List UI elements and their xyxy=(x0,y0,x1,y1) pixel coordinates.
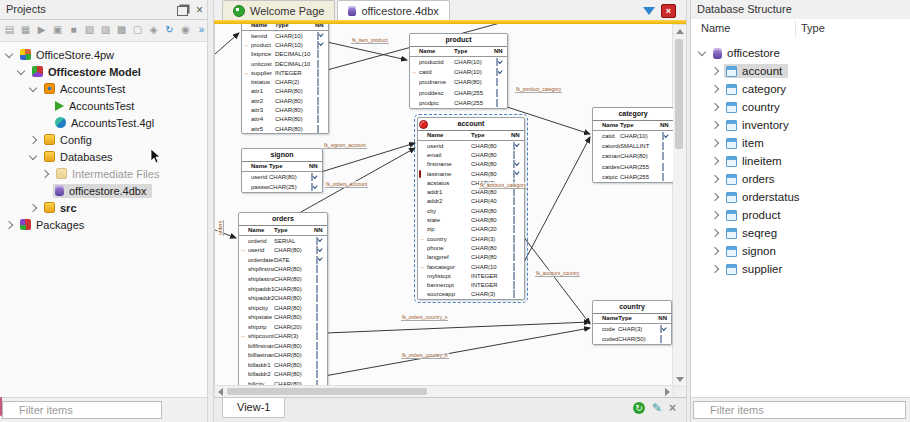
field-row-shipaddr2[interactable]: shipaddr2CHAR(80) xyxy=(239,293,327,303)
vertical-scrollbar[interactable] xyxy=(672,24,687,387)
tab-list-dropdown-icon[interactable] xyxy=(643,7,655,15)
field-row-catid[interactable]: catidCHAR(10) xyxy=(593,131,673,141)
expander-collapse-icon[interactable] xyxy=(29,83,37,91)
tree-item-category[interactable]: category xyxy=(691,80,910,98)
tree-item-officestore-4dbx[interactable]: officestore.4dbx xyxy=(0,182,207,199)
overview-icon[interactable]: ↻ xyxy=(633,402,645,414)
db-table-account[interactable]: accountNameTypeNNuseridCHAR(80emailCHAR(… xyxy=(417,117,525,300)
expander-expand-icon[interactable] xyxy=(711,103,719,111)
field-row-shipzip[interactable]: shipzipCHAR(20) xyxy=(239,322,327,332)
scroll-left-icon[interactable] xyxy=(218,388,223,396)
tree-item-officestore[interactable]: officestore xyxy=(691,44,910,62)
tree-item-inventory[interactable]: inventory xyxy=(691,116,910,134)
refresh-icon[interactable]: ↻ xyxy=(162,22,177,38)
field-row-mylistopt[interactable]: mylistoptINTEGER xyxy=(418,271,524,280)
tree-item-accountstest[interactable]: AccountsTest xyxy=(0,80,207,97)
projects-filter-input[interactable] xyxy=(2,401,162,419)
column-divider[interactable] xyxy=(795,21,796,37)
field-row-shipcountr[interactable]: →shipcountrCHAR(3) xyxy=(239,331,327,341)
db-table-orders[interactable]: ordersNameTypeNNorderidSERIAL→useridCHAR… xyxy=(238,212,328,385)
tree-item-account[interactable]: account xyxy=(691,62,910,80)
field-row-userid[interactable]: useridCHAR(80) xyxy=(242,172,322,182)
tree-item-officestore-model[interactable]: Officestore Model xyxy=(0,63,207,80)
field-row-firstname[interactable]: firstnameCHAR(80 xyxy=(418,160,524,169)
field-row-product[interactable]: →productCHAR(10) xyxy=(242,40,328,49)
expander-expand-icon[interactable] xyxy=(711,193,719,201)
db-table-item[interactable]: itemNameTypeNNitemidCHAR(10)→productCHAR… xyxy=(241,24,329,134)
diagram-canvas[interactable]: fk_item_productfk_product_categoryfk_sig… xyxy=(214,24,673,385)
field-row-sourceapp[interactable]: sourceappCHAR(3) xyxy=(418,290,524,299)
expander-collapse-icon[interactable] xyxy=(29,151,37,159)
left-splitter[interactable] xyxy=(207,0,214,422)
tree-item-orderstatus[interactable]: orderstatus xyxy=(691,188,910,206)
expander-expand-icon[interactable] xyxy=(29,135,37,143)
expander-collapse-icon[interactable] xyxy=(5,49,13,57)
tree-item-databases[interactable]: Databases xyxy=(0,148,207,165)
field-row-city[interactable]: cityCHAR(80 xyxy=(418,206,524,215)
tree-item-config[interactable]: Config xyxy=(0,131,207,148)
field-row-userid[interactable]: →useridCHAR(80) xyxy=(239,246,327,256)
tab-officestore-4dbx[interactable]: officestore.4dbx xyxy=(337,0,449,20)
field-row-unitcost[interactable]: unitcostDECIMAL(10 xyxy=(242,59,328,68)
field-row-attr4[interactable]: attr4CHAR(80) xyxy=(242,115,328,124)
edit-pen-icon[interactable]: ✎ xyxy=(652,401,662,415)
field-row-billlastnam[interactable]: billlastnamCHAR(80) xyxy=(239,351,327,361)
tree-item-intermediate-files[interactable]: Intermediate Files xyxy=(0,165,207,182)
field-row-shiplastnam[interactable]: shiplastnamCHAR(80) xyxy=(239,274,327,284)
field-row-banneropt[interactable]: banneroptINTEGER xyxy=(418,280,524,289)
column-header-type[interactable]: Type xyxy=(801,22,825,34)
stop-icon[interactable]: ■ xyxy=(66,22,81,38)
field-row-phone[interactable]: phoneCHAR(80 xyxy=(418,243,524,252)
field-row-listprice[interactable]: listpriceDECIMAL(10 xyxy=(242,50,328,59)
close-panel-icon[interactable]: × xyxy=(196,3,203,17)
field-row-proddesc[interactable]: proddescCHAR(255 xyxy=(410,88,507,98)
expander-collapse-icon[interactable] xyxy=(698,48,706,56)
field-row-shipcity[interactable]: shipcityCHAR(80) xyxy=(239,303,327,313)
vscroll-thumb[interactable] xyxy=(675,39,683,149)
field-row-attr3[interactable]: attr3CHAR(80) xyxy=(242,105,328,114)
expander-expand-icon[interactable] xyxy=(711,85,719,93)
field-row-shipfirstnam[interactable]: shipfirstnamCHAR(80) xyxy=(239,265,327,275)
tree-item-accountstest-4gl[interactable]: AccountsTest.4gl xyxy=(0,114,207,131)
field-row-lastname[interactable]: lastnameCHAR(80 xyxy=(418,169,524,178)
expander-expand-icon[interactable] xyxy=(711,157,719,165)
expander-expand-icon[interactable] xyxy=(711,247,719,255)
field-row-addr2[interactable]: addr2CHAR(40 xyxy=(418,197,524,206)
expander-expand-icon[interactable] xyxy=(711,229,719,237)
scroll-down-icon[interactable] xyxy=(676,377,684,382)
field-row-email[interactable]: emailCHAR(80 xyxy=(418,150,524,159)
field-row-attr1[interactable]: attr1CHAR(80) xyxy=(242,87,328,96)
tree-item-accountstest[interactable]: AccountsTest xyxy=(0,97,207,114)
expander-expand-icon[interactable] xyxy=(711,121,719,129)
open-project-icon[interactable]: ▦ xyxy=(18,22,33,38)
db-table-signon[interactable]: signonNameTypeNNuseridCHAR(80)passwordCH… xyxy=(241,148,323,193)
expander-expand-icon[interactable] xyxy=(5,220,13,228)
field-row-attr5[interactable]: attr5CHAR(80) xyxy=(242,124,328,133)
expander-expand-icon[interactable] xyxy=(711,67,719,75)
expander-expand-icon[interactable] xyxy=(711,265,719,273)
new-file-icon[interactable]: ▢ xyxy=(130,22,145,38)
field-row-codedesc[interactable]: codedescCHAR(50) xyxy=(593,334,671,344)
field-row-langpref[interactable]: langprefCHAR(80 xyxy=(418,253,524,262)
tree-item-officestore-4pw[interactable]: OfficeStore.4pw xyxy=(0,46,207,63)
run-icon[interactable]: ▶ xyxy=(34,22,49,38)
field-row-userid[interactable]: useridCHAR(80 xyxy=(418,141,524,150)
field-row-state[interactable]: stateCHAR(80 xyxy=(418,215,524,224)
db-table-product[interactable]: productNameTypeNNproductidCHAR(10)→catid… xyxy=(409,33,508,109)
folder-icon[interactable]: ▧ xyxy=(82,22,97,38)
hscroll-thumb[interactable] xyxy=(227,388,427,395)
expander-expand-icon[interactable] xyxy=(711,175,719,183)
tree-item-product[interactable]: product xyxy=(691,206,910,224)
field-row-orderdate[interactable]: orderdateDATE xyxy=(239,255,327,265)
field-row-billaddr2[interactable]: billaddr2CHAR(80) xyxy=(239,370,327,380)
field-row-catdesc[interactable]: catdescCHAR(255 xyxy=(593,162,673,172)
tree-item-lineitem[interactable]: lineitem xyxy=(691,152,910,170)
expander-expand-icon[interactable] xyxy=(711,139,719,147)
field-row-catid[interactable]: →catidCHAR(10) xyxy=(410,67,507,77)
field-row-favcategor[interactable]: →favcategorCHAR(10 xyxy=(418,262,524,271)
field-row-attr2[interactable]: attr2CHAR(80) xyxy=(242,96,328,105)
field-row-shipstate[interactable]: shipstateCHAR(80) xyxy=(239,312,327,322)
tree-item-packages[interactable]: Packages xyxy=(0,216,207,233)
float-panel-icon[interactable] xyxy=(177,6,188,16)
expander-collapse-icon[interactable] xyxy=(17,66,25,74)
